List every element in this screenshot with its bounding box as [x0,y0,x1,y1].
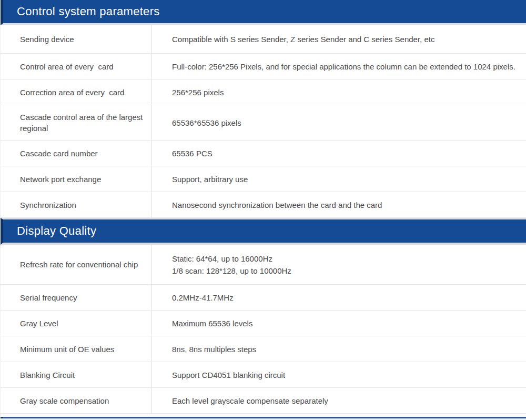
row-label: Serial frequency [1,285,151,310]
row-label: Minimum unit of OE values [1,336,151,362]
row-value: 8ns, 8ns multiples steps [151,336,526,362]
table-row: Gray Level Maximum 65536 levels [1,311,526,336]
row-label: Cascade card number [1,141,151,166]
row-value: Support, arbitrary use [151,166,526,192]
row-label: Correction area of every card [1,79,151,105]
spec-section: Display Quality Refresh rate for convent… [1,218,526,414]
row-value: Maximum 65536 levels [151,311,526,336]
row-label: Cascade control area of the largest regi… [1,105,151,140]
row-value: Support CD4051 blanking circuit [151,362,526,387]
table-row: Cascade card number 65536 PCS [1,141,526,166]
section-rows: Refresh rate for conventional chip Stati… [1,245,526,414]
table-row: Gray scale compensation Each level grays… [1,388,526,414]
spec-sheet: Control system parameters Sending device… [0,0,526,420]
section-rows: Sending device Compatible with S series … [1,25,526,218]
section-title: Control system parameters [17,5,160,18]
row-value: Static: 64*64, up to 16000Hz 1/8 scan: 1… [151,245,526,284]
row-value: 65536*65536 pixels [151,105,526,140]
row-label: Control area of every card [1,54,151,79]
section-header: Control system parameters [1,0,526,25]
table-row: Synchronization Nanosecond synchronizati… [1,192,526,218]
row-value: Nanosecond synchronization between the c… [151,192,526,217]
row-label: Refresh rate for conventional chip [1,245,151,284]
row-value: Full-color: 256*256 Pixels, and for spec… [151,54,526,79]
row-label: Network port exchange [1,166,151,192]
table-row: Blanking Circuit Support CD4051 blanking… [1,362,526,388]
table-row: Network port exchange Support, arbitrary… [1,166,526,192]
spec-sections: Control system parameters Sending device… [1,0,526,414]
row-label: Gray Level [1,311,151,336]
table-row: Correction area of every card 256*256 pi… [1,79,526,105]
next-section-top-edge [1,416,526,420]
section-header: Display Quality [1,218,526,245]
row-value: 65536 PCS [151,141,526,166]
row-value: 256*256 pixels [151,79,526,105]
table-row: Control area of every card Full-color: 2… [1,54,526,79]
spec-section: Control system parameters Sending device… [1,0,526,218]
row-value: Each level grayscale compensate separate… [151,388,526,413]
row-label: Synchronization [1,192,151,217]
section-title: Display Quality [17,224,96,238]
row-label: Blanking Circuit [1,362,151,387]
row-value: 0.2MHz-41.7MHz [151,285,526,310]
table-row: Refresh rate for conventional chip Stati… [1,245,526,285]
row-value: Compatible with S series Sender, Z serie… [151,25,526,53]
row-label: Gray scale compensation [1,388,151,413]
row-label: Sending device [1,25,151,53]
table-row: Serial frequency 0.2MHz-41.7MHz [1,285,526,311]
table-row: Sending device Compatible with S series … [1,25,526,54]
table-row: Minimum unit of OE values 8ns, 8ns multi… [1,336,526,362]
table-row: Cascade control area of the largest regi… [1,105,526,141]
